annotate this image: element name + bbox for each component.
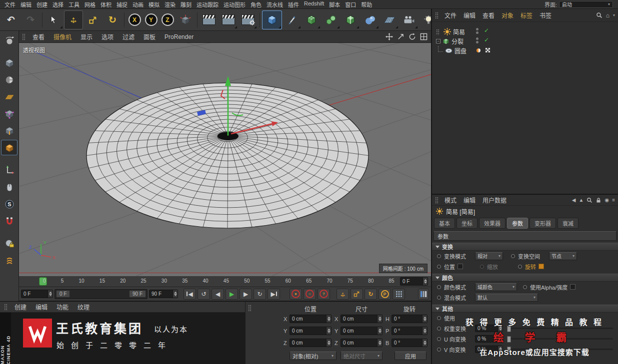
visibility-dots[interactable] xyxy=(476,37,478,43)
rot-h-field[interactable]: 0 ° xyxy=(392,315,428,323)
viewport-menu-panel[interactable]: 面板 xyxy=(140,32,160,41)
om-menu-bookmarks[interactable]: 书签 xyxy=(536,11,554,19)
x-axis-lock-button[interactable]: X xyxy=(126,10,142,29)
viewport-menu-camera[interactable]: 摄像机 xyxy=(50,32,76,41)
blend-mode-dropdown[interactable]: 默认 ▾ xyxy=(475,294,538,302)
edges-mode-button[interactable] xyxy=(1,123,18,138)
home-icon[interactable]: ⌂ xyxy=(606,12,610,19)
viewport-solo-button[interactable] xyxy=(1,179,18,195)
model-mode-button[interactable] xyxy=(1,55,18,70)
alpha-checkbox[interactable] xyxy=(570,284,576,290)
record-rotation-toggle[interactable]: ↻ xyxy=(364,289,377,300)
range-end-grip[interactable]: 90 F xyxy=(129,290,146,298)
render-view-button[interactable] xyxy=(200,10,218,29)
focus-icon[interactable]: ◉ xyxy=(604,197,609,203)
menubar-item[interactable]: 角色 xyxy=(248,0,264,8)
viewport-view-label[interactable]: 透视视图 xyxy=(23,46,45,54)
menubar-item[interactable]: 工具 xyxy=(66,0,82,8)
record-position-toggle[interactable]: ↔ ↕ xyxy=(336,289,349,300)
start-frame-stepper[interactable] xyxy=(48,290,52,298)
panel-grip[interactable] xyxy=(248,305,252,312)
viewport-menu-options[interactable]: 选项 xyxy=(98,32,118,41)
menubar-item[interactable]: 运动图形 xyxy=(221,0,248,8)
keyframe-radio[interactable] xyxy=(437,265,441,269)
om-menu-tags[interactable]: 标签 xyxy=(518,11,536,19)
interface-dropdown[interactable]: 启动 ▾ xyxy=(559,1,613,8)
position-checkbox[interactable] xyxy=(458,264,463,269)
rotate-tool-button[interactable]: ↻ xyxy=(103,10,122,29)
lock-icon[interactable] xyxy=(596,197,602,203)
keyframe-radio[interactable] xyxy=(437,285,441,289)
toggle-view-button[interactable] xyxy=(419,32,428,41)
v-slider[interactable] xyxy=(507,349,613,350)
search-icon[interactable] xyxy=(596,12,602,18)
live-selection-button[interactable] xyxy=(44,10,64,29)
record-parameter-toggle[interactable]: P xyxy=(378,289,391,300)
enable-toggle[interactable]: ✓ xyxy=(484,36,489,43)
timeline-ruler[interactable]: 051015202530354045505560657075808590 0 F xyxy=(19,276,431,287)
menubar-item[interactable]: 编辑 xyxy=(18,0,34,8)
rotation-checkbox[interactable] xyxy=(538,264,544,269)
om-menu-view[interactable]: 查看 xyxy=(480,11,498,19)
snap-settings-button[interactable]: S xyxy=(1,196,18,212)
end-frame-field[interactable]: 90 F xyxy=(149,290,178,298)
rot-b-field[interactable]: 0 ° xyxy=(392,339,428,347)
stepper[interactable] xyxy=(422,339,427,347)
menubar-item[interactable]: 文件 xyxy=(2,0,18,8)
go-to-end-button[interactable]: ▶ xyxy=(268,289,280,300)
up-icon[interactable]: ▲ xyxy=(579,197,584,203)
materials-menu-function[interactable]: 功能 xyxy=(52,303,72,311)
cloner-button[interactable] xyxy=(322,10,340,29)
menubar-item[interactable]: 捕捉 xyxy=(114,0,130,8)
frame-range-slider[interactable]: 0 F 90 F xyxy=(54,289,148,299)
section-bar[interactable]: 参数 xyxy=(434,231,616,241)
point-level-animation-toggle[interactable] xyxy=(392,289,405,300)
panel-grip[interactable] xyxy=(435,197,438,204)
menubar-item[interactable]: 动画 xyxy=(130,0,146,8)
redo-button[interactable]: ↷ xyxy=(21,10,40,29)
next-frame-button[interactable]: ▶ xyxy=(240,289,252,300)
keyframe-radio[interactable] xyxy=(437,348,441,352)
timeline-layout-button[interactable] xyxy=(418,289,429,300)
history-back-icon[interactable]: ◀ xyxy=(572,197,576,203)
menubar-item[interactable]: 雕刻 xyxy=(178,0,194,8)
record-scale-toggle[interactable] xyxy=(350,289,363,300)
quantize-button[interactable] xyxy=(1,253,18,268)
menubar-item[interactable]: 体积 xyxy=(98,0,114,8)
dolly-view-button[interactable] xyxy=(396,32,405,41)
color-mode-dropdown[interactable]: 域颜色 ▾ xyxy=(475,283,517,291)
cube-primitive-button[interactable] xyxy=(262,10,282,29)
go-to-start-button[interactable]: ◀ xyxy=(184,289,196,300)
u-field[interactable]: 0 % xyxy=(475,335,503,343)
om-menu-object[interactable]: 对象 xyxy=(498,11,516,19)
stepper[interactable] xyxy=(326,339,331,347)
keyframe-radio[interactable] xyxy=(437,316,441,320)
weight-slider[interactable] xyxy=(507,328,613,329)
keyframe-radio[interactable] xyxy=(437,296,441,300)
viewport-menu-prorender[interactable]: ProRender xyxy=(160,33,198,40)
menubar-item[interactable]: 创建 xyxy=(34,0,50,8)
display-tag[interactable] xyxy=(476,48,481,53)
materials-menu-texture[interactable]: 纹理 xyxy=(74,303,94,311)
am-menu-mode[interactable]: 模式 xyxy=(442,196,460,204)
enable-snap-button[interactable] xyxy=(1,213,18,229)
start-frame-field[interactable]: 0 F xyxy=(21,290,53,298)
stepper[interactable] xyxy=(498,346,502,353)
keyframe-radio[interactable] xyxy=(437,337,441,341)
current-frame-field[interactable]: 0 F xyxy=(400,277,428,286)
menubar-item[interactable]: 渲染 xyxy=(162,0,178,8)
move-tool-button[interactable]: ↔↕ xyxy=(64,10,83,29)
pan-view-button[interactable] xyxy=(384,32,394,41)
floor-plane-button[interactable] xyxy=(380,10,399,29)
visibility-dots[interactable] xyxy=(476,28,478,34)
stepper[interactable] xyxy=(498,336,502,342)
menubar-item[interactable]: 窗口 xyxy=(342,0,358,8)
u-slider[interactable] xyxy=(507,338,613,340)
size-y-field[interactable]: 0 cm xyxy=(340,327,382,335)
enable-toggle[interactable]: ✓ xyxy=(484,27,489,34)
size-z-field[interactable]: 0 cm xyxy=(340,339,382,347)
stepper[interactable] xyxy=(498,325,502,332)
panel-grip[interactable] xyxy=(435,12,438,19)
viewport-canvas[interactable]: YXZ xyxy=(19,43,431,276)
metaball-button[interactable] xyxy=(360,10,380,29)
